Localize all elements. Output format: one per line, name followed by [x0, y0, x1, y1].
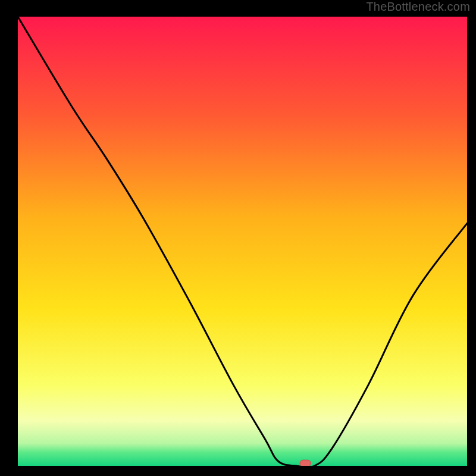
watermark-label: TheBottleneck.com	[366, 0, 470, 14]
bottleneck-chart	[18, 17, 467, 466]
chart-canvas	[18, 17, 467, 466]
chart-frame: TheBottleneck.com	[0, 0, 476, 476]
optimal-marker	[300, 460, 311, 466]
gradient-background	[18, 17, 467, 466]
